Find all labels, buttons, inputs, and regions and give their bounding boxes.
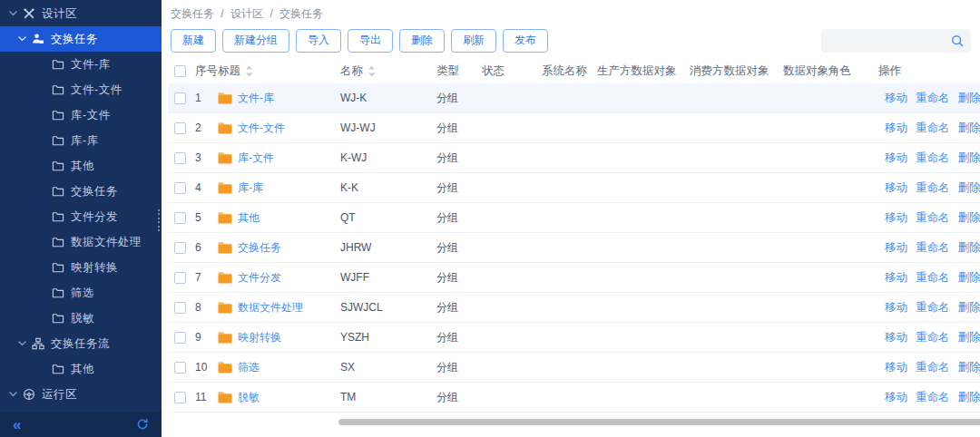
delete-link[interactable]: 删除 bbox=[958, 180, 980, 196]
sidebar-item-11[interactable]: 筛选 bbox=[0, 280, 162, 306]
group-title-link[interactable]: 映射转换 bbox=[238, 330, 281, 345]
sidebar-item-13[interactable]: 交换任务流 bbox=[0, 331, 162, 356]
select-all-checkbox[interactable] bbox=[174, 65, 186, 77]
rename-link[interactable]: 重命名 bbox=[916, 180, 950, 196]
horizontal-scrollbar-thumb[interactable] bbox=[338, 419, 980, 425]
toolbar-button-1[interactable]: 新建分组 bbox=[222, 29, 289, 53]
row-checkbox[interactable] bbox=[174, 272, 186, 284]
chevron-down-icon[interactable] bbox=[18, 36, 26, 42]
toolbar-button-5[interactable]: 刷新 bbox=[451, 29, 496, 53]
delete-link[interactable]: 删除 bbox=[958, 330, 980, 345]
row-checkbox[interactable] bbox=[174, 212, 186, 224]
delete-link[interactable]: 删除 bbox=[958, 270, 980, 286]
toolbar-button-3[interactable]: 导出 bbox=[348, 29, 393, 53]
move-link[interactable]: 移动 bbox=[885, 300, 907, 316]
sidebar-item-12[interactable]: 脱敏 bbox=[0, 306, 162, 331]
toolbar-button-4[interactable]: 删除 bbox=[399, 29, 445, 53]
rename-link[interactable]: 重命名 bbox=[916, 270, 950, 286]
sidebar-item-4[interactable]: 库-文件 bbox=[0, 102, 162, 128]
group-title-link[interactable]: 文件-文件 bbox=[238, 121, 285, 136]
move-link[interactable]: 移动 bbox=[885, 330, 907, 345]
sorter-icon[interactable] bbox=[245, 65, 253, 77]
delete-link[interactable]: 删除 bbox=[958, 151, 980, 166]
breadcrumb-item-0[interactable]: 交换任务 bbox=[171, 7, 214, 20]
delete-link[interactable]: 删除 bbox=[958, 240, 980, 256]
move-link[interactable]: 移动 bbox=[885, 91, 907, 106]
rename-link[interactable]: 重命名 bbox=[916, 300, 950, 316]
rename-link[interactable]: 重命名 bbox=[916, 390, 950, 405]
sidebar-item-15[interactable]: 运行区 bbox=[0, 382, 162, 407]
delete-link[interactable]: 删除 bbox=[958, 360, 980, 375]
chevron-down-icon[interactable] bbox=[18, 341, 26, 346]
rename-link[interactable]: 重命名 bbox=[916, 330, 950, 345]
row-checkbox[interactable] bbox=[174, 242, 186, 254]
group-title-link[interactable]: 数据文件处理 bbox=[238, 300, 303, 316]
sidebar-item-label: 交换任务 bbox=[71, 184, 118, 199]
sidebar-item-0[interactable]: 设计区 bbox=[0, 1, 162, 26]
group-title-link[interactable]: 文件-库 bbox=[238, 91, 274, 106]
actions-cell: 移动重命名删除 bbox=[878, 151, 980, 166]
row-checkbox[interactable] bbox=[174, 152, 186, 164]
move-link[interactable]: 移动 bbox=[885, 270, 907, 286]
breadcrumb-item-1[interactable]: 设计区 bbox=[230, 7, 263, 20]
row-checkbox[interactable] bbox=[174, 302, 186, 314]
rename-link[interactable]: 重命名 bbox=[916, 121, 950, 136]
move-link[interactable]: 移动 bbox=[885, 390, 907, 405]
rename-link[interactable]: 重命名 bbox=[916, 210, 950, 226]
group-title-link[interactable]: 脱敏 bbox=[238, 390, 260, 405]
column-header-2[interactable]: 名称 bbox=[340, 63, 436, 79]
toolbar-button-6[interactable]: 发布 bbox=[503, 29, 548, 53]
rename-link[interactable]: 重命名 bbox=[916, 360, 950, 375]
breadcrumb-separator: / bbox=[270, 7, 272, 20]
sorter-icon[interactable] bbox=[368, 65, 376, 77]
toolbar-button-2[interactable]: 导入 bbox=[296, 29, 341, 53]
group-title-link[interactable]: 其他 bbox=[238, 210, 260, 226]
group-title-link[interactable]: 筛选 bbox=[238, 360, 260, 375]
group-title-link[interactable]: 库-文件 bbox=[238, 151, 274, 166]
delete-link[interactable]: 删除 bbox=[958, 390, 980, 405]
row-checkbox[interactable] bbox=[174, 182, 186, 194]
sidebar-item-5[interactable]: 库-库 bbox=[0, 128, 162, 153]
rename-link[interactable]: 重命名 bbox=[916, 151, 950, 166]
delete-link[interactable]: 删除 bbox=[958, 210, 980, 226]
folder-icon bbox=[52, 236, 64, 248]
group-title-link[interactable]: 文件分发 bbox=[238, 270, 281, 286]
move-link[interactable]: 移动 bbox=[885, 240, 907, 256]
delete-link[interactable]: 删除 bbox=[958, 91, 980, 106]
row-checkbox[interactable] bbox=[174, 122, 186, 134]
move-link[interactable]: 移动 bbox=[885, 121, 907, 136]
search-icon[interactable] bbox=[951, 34, 964, 51]
sidebar-item-1[interactable]: 交换任务 bbox=[0, 26, 162, 52]
delete-link[interactable]: 删除 bbox=[958, 121, 980, 136]
collapse-sidebar-icon[interactable]: « bbox=[13, 417, 21, 432]
rename-link[interactable]: 重命名 bbox=[916, 240, 950, 256]
rename-link[interactable]: 重命名 bbox=[916, 91, 950, 106]
search-input[interactable] bbox=[821, 29, 971, 53]
sidebar-item-6[interactable]: 其他 bbox=[0, 153, 162, 179]
delete-link[interactable]: 删除 bbox=[958, 300, 980, 316]
row-checkbox[interactable] bbox=[174, 392, 186, 403]
sidebar-item-7[interactable]: 交换任务 bbox=[0, 179, 162, 204]
move-link[interactable]: 移动 bbox=[885, 151, 907, 166]
sidebar-item-3[interactable]: 文件-文件 bbox=[0, 77, 162, 102]
folder-icon bbox=[218, 122, 232, 134]
sidebar-item-8[interactable]: 文件分发 bbox=[0, 204, 162, 229]
chevron-down-icon[interactable] bbox=[9, 11, 17, 16]
move-link[interactable]: 移动 bbox=[885, 360, 907, 375]
toolbar-button-0[interactable]: 新建 bbox=[171, 29, 216, 53]
refresh-tree-icon[interactable] bbox=[136, 418, 149, 431]
group-title-link[interactable]: 交换任务 bbox=[238, 240, 281, 256]
row-checkbox[interactable] bbox=[174, 332, 186, 344]
sidebar-item-14[interactable]: 其他 bbox=[0, 356, 162, 382]
column-header-1[interactable]: 标题 bbox=[218, 63, 340, 79]
move-link[interactable]: 移动 bbox=[885, 210, 907, 226]
row-checkbox[interactable] bbox=[174, 362, 186, 374]
group-title-link[interactable]: 库-库 bbox=[238, 180, 263, 196]
sidebar-item-2[interactable]: 文件-库 bbox=[0, 52, 162, 77]
chevron-down-icon[interactable] bbox=[9, 392, 17, 397]
sidebar-item-9[interactable]: 数据文件处理 bbox=[0, 229, 162, 255]
row-checkbox[interactable] bbox=[174, 92, 186, 104]
folder-icon bbox=[52, 286, 64, 299]
move-link[interactable]: 移动 bbox=[885, 180, 907, 196]
sidebar-item-10[interactable]: 映射转换 bbox=[0, 255, 162, 280]
